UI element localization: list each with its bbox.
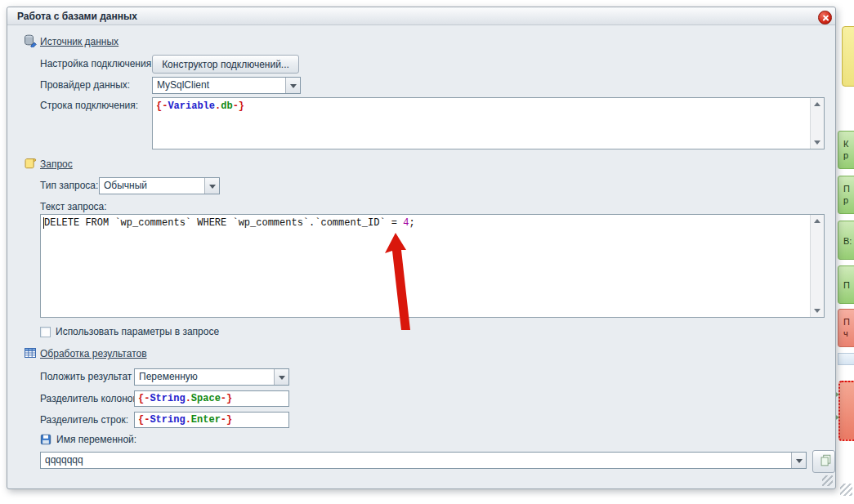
dialog-titlebar[interactable]: Работа с базами данных bbox=[7, 7, 835, 25]
triangle-up-icon bbox=[814, 102, 820, 106]
scroll-up-button[interactable] bbox=[811, 215, 824, 228]
triangle-down-icon bbox=[814, 309, 820, 313]
scrollbar[interactable] bbox=[810, 98, 824, 149]
table-grid-icon bbox=[24, 346, 37, 359]
background-action-item[interactable]: П bbox=[838, 265, 854, 304]
row-separator-input[interactable]: {-String.Enter-} bbox=[134, 412, 289, 428]
section-link-results[interactable]: Обработка результатов bbox=[40, 348, 147, 359]
column-separator-input[interactable]: {-String.Space-} bbox=[134, 390, 289, 407]
action-label-fragment: П bbox=[843, 316, 854, 328]
chevron-down-icon bbox=[209, 185, 216, 189]
connection-string-textarea[interactable]: {-Variable.db-} bbox=[152, 97, 825, 149]
background-yellow-note[interactable] bbox=[842, 26, 854, 87]
dialog-title: Работа с базами данных bbox=[17, 7, 137, 25]
floppy-disk-icon bbox=[40, 434, 51, 445]
triangle-up-icon bbox=[814, 219, 820, 223]
background-selected-action[interactable] bbox=[838, 381, 854, 441]
row-separator-label: Разделитель строк: bbox=[40, 412, 128, 428]
use-params-checkbox[interactable] bbox=[40, 327, 51, 337]
connection-string-label: Строка подключения: bbox=[40, 97, 138, 114]
action-label-fragment: В: bbox=[843, 235, 854, 247]
chevron-down-icon bbox=[796, 459, 803, 463]
database-dialog: Работа с базами данных Источник данных Н… bbox=[7, 7, 836, 489]
query-sql-value: DELETE FROM `wp_comments` WHERE `wp_comm… bbox=[44, 217, 415, 229]
section-link-query[interactable]: Запрос bbox=[40, 158, 73, 170]
connection-string-value: {-Variable.db-} bbox=[156, 100, 244, 112]
data-provider-value: MySqlClient bbox=[157, 78, 284, 93]
triangle-down-icon bbox=[814, 140, 820, 145]
action-label-fragment: р bbox=[843, 149, 854, 161]
variable-name-label: Имя переменной: bbox=[56, 433, 136, 446]
outer-resize-grip[interactable] bbox=[840, 484, 852, 496]
put-result-label: Положить результат в: bbox=[40, 368, 142, 386]
action-label-fragment: р bbox=[843, 194, 854, 206]
variable-name-value: qqqqqqq bbox=[45, 453, 789, 468]
background-action-item-error[interactable]: П ч bbox=[838, 309, 854, 347]
dropdown-button[interactable] bbox=[285, 78, 300, 93]
query-type-label: Тип запроса: bbox=[40, 177, 98, 194]
put-result-select[interactable]: Переменную bbox=[134, 368, 289, 386]
chevron-down-icon bbox=[290, 84, 297, 88]
background-action-item[interactable]: П р bbox=[838, 176, 854, 214]
dropdown-button[interactable] bbox=[204, 178, 219, 194]
scrollbar[interactable] bbox=[810, 215, 824, 317]
action-label-fragment: П bbox=[843, 183, 854, 194]
close-button[interactable] bbox=[818, 11, 832, 25]
connection-constructor-button[interactable]: Конструктор подключений... bbox=[152, 55, 299, 74]
action-label-fragment: К bbox=[843, 138, 854, 149]
copy-button[interactable] bbox=[812, 450, 835, 473]
query-type-value: Обычный bbox=[104, 178, 203, 194]
action-label-fragment: П bbox=[843, 279, 854, 291]
use-params-label: Использовать параметры в запросе bbox=[56, 326, 219, 338]
dropdown-button[interactable] bbox=[791, 453, 806, 468]
section-link-source[interactable]: Источник данных bbox=[40, 36, 118, 47]
scroll-down-button[interactable] bbox=[811, 136, 824, 149]
action-label-fragment: ч bbox=[843, 328, 854, 339]
scroll-down-button[interactable] bbox=[811, 304, 824, 317]
background-action-item[interactable]: К р bbox=[838, 131, 854, 169]
background-panel-strip bbox=[838, 353, 854, 365]
copy-icon bbox=[818, 459, 833, 471]
chevron-down-icon bbox=[279, 376, 285, 380]
row-separator-value: {-String.Enter-} bbox=[138, 414, 232, 426]
background-action-item[interactable]: В: bbox=[838, 221, 854, 260]
column-separator-label: Разделитель колонок: bbox=[40, 390, 140, 407]
dialog-resize-grip[interactable] bbox=[822, 475, 833, 486]
connection-setup-label: Настройка подключения: bbox=[40, 55, 154, 74]
query-text-label: Текст запроса: bbox=[40, 200, 107, 213]
query-type-select[interactable]: Обычный bbox=[99, 177, 220, 194]
query-text-textarea[interactable]: DELETE FROM `wp_comments` WHERE `wp_comm… bbox=[40, 214, 825, 318]
put-result-value: Переменную bbox=[139, 369, 272, 385]
database-edit-icon bbox=[24, 34, 37, 47]
screen: К р П р В: П П ч Работа с базами данных bbox=[0, 0, 854, 504]
dropdown-button[interactable] bbox=[274, 369, 288, 385]
scroll-up-button[interactable] bbox=[811, 98, 824, 111]
data-provider-select[interactable]: MySqlClient bbox=[152, 77, 301, 94]
column-separator-value: {-String.Space-} bbox=[138, 393, 232, 404]
data-provider-label: Провайдер данных: bbox=[40, 77, 130, 94]
variable-name-combobox[interactable]: qqqqqqq bbox=[40, 452, 807, 469]
query-scroll-icon bbox=[24, 157, 37, 170]
